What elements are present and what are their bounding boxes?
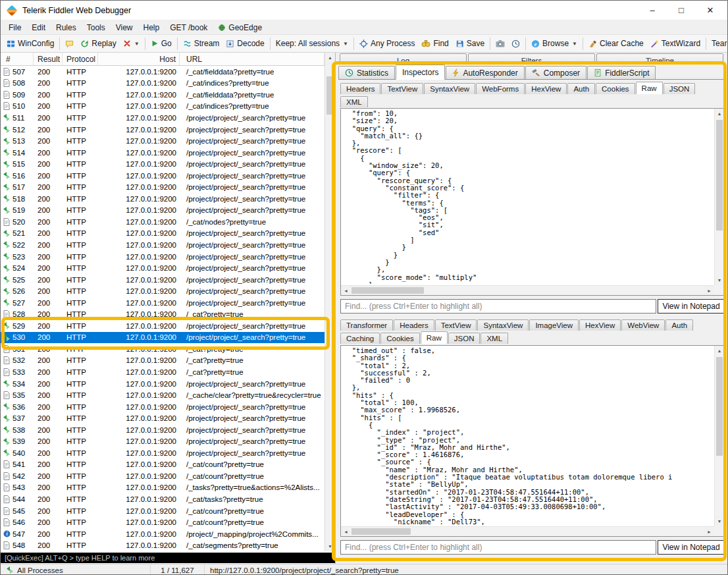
minimize-button[interactable]: – bbox=[638, 1, 667, 20]
session-row-529[interactable]: 529200HTTP127.0.0.1:9200/project/project… bbox=[1, 320, 325, 332]
scroll-down-icon[interactable]: ▼ bbox=[715, 516, 724, 526]
session-row-508[interactable]: 508200HTTP127.0.0.1:9200/_cat/indices?pr… bbox=[1, 78, 325, 90]
toolbar-find[interactable]: Find bbox=[418, 37, 452, 50]
response-tab-headers[interactable]: Headers bbox=[394, 319, 434, 331]
scroll-down-icon[interactable]: ▼ bbox=[325, 541, 335, 551]
session-row-514[interactable]: 514200HTTP127.0.0.1:9200/project/project… bbox=[1, 147, 325, 159]
session-row-530[interactable]: 530200HTTP127.0.0.1:9200/project/project… bbox=[1, 332, 325, 344]
session-row-524[interactable]: 524200HTTP127.0.0.1:9200/project/project… bbox=[1, 262, 325, 274]
menu-get-book[interactable]: GET /book bbox=[165, 22, 213, 34]
toolbar-clear-cache[interactable]: Clear Cache bbox=[585, 37, 647, 50]
quickexec-bar[interactable]: [QuickExec] ALT+Q > type HELP to learn m… bbox=[1, 553, 335, 563]
response-find-input[interactable] bbox=[340, 540, 656, 555]
session-row-527[interactable]: 527200HTTP127.0.0.1:9200/project/project… bbox=[1, 297, 325, 309]
session-row-534[interactable]: 534200HTTP127.0.0.1:9200/project/project… bbox=[1, 378, 325, 390]
session-row-511[interactable]: 511200HTTP127.0.0.1:9200/project/project… bbox=[1, 112, 325, 124]
session-row-512[interactable]: 512200HTTP127.0.0.1:9200/project/project… bbox=[1, 124, 325, 136]
scroll-left-icon[interactable]: ◄ bbox=[341, 527, 351, 536]
session-row-509[interactable]: 509200HTTP127.0.0.1:9200/_cat/fielddata?… bbox=[1, 89, 325, 101]
process-filter[interactable]: All Processes bbox=[1, 564, 151, 575]
maximize-button[interactable]: □ bbox=[667, 1, 696, 20]
scroll-right-icon[interactable]: ► bbox=[704, 286, 714, 295]
toolbar-winconfig[interactable]: WinConfig bbox=[3, 37, 57, 50]
session-row-538[interactable]: 538200HTTP127.0.0.1:9200/project/project… bbox=[1, 424, 325, 436]
tab-inspectors[interactable]: Inspectors bbox=[396, 65, 445, 80]
session-row-537[interactable]: 537200HTTP127.0.0.1:9200/project/project… bbox=[1, 412, 325, 424]
toolbar-tearoff[interactable]: Tearoff bbox=[708, 37, 728, 50]
response-tab-imageview[interactable]: ImageView bbox=[529, 319, 579, 331]
scroll-down-icon[interactable]: ▼ bbox=[715, 275, 724, 285]
menu-file[interactable]: File bbox=[3, 22, 26, 34]
session-row-507[interactable]: 507200HTTP127.0.0.1:9200/_cat/fielddata?… bbox=[1, 66, 325, 78]
session-row-543[interactable]: 543200HTTP127.0.0.1:9200/_tasks?pretty=t… bbox=[1, 482, 325, 494]
request-raw-view[interactable]: "from": 10, "size": 20, "query": { "matc… bbox=[340, 108, 725, 296]
session-row-546[interactable]: 546200HTTP127.0.0.1:9200/_cat/count?pret… bbox=[1, 516, 325, 528]
session-row-540[interactable]: 540200HTTP127.0.0.1:9200/project/project… bbox=[1, 447, 325, 459]
session-row-542[interactable]: 542200HTTP127.0.0.1:9200/_cat/count?pret… bbox=[1, 470, 325, 482]
request-tab-json[interactable]: JSON bbox=[663, 83, 696, 94]
session-row-528[interactable]: 528200HTTP127.0.0.1:9200/_cat?pretty=tru… bbox=[1, 308, 325, 320]
tab-filters[interactable]: Filters bbox=[468, 53, 595, 65]
toolbar-go[interactable]: Go bbox=[147, 37, 175, 50]
tab-log[interactable]: Log bbox=[340, 53, 467, 65]
toolbar-add-comment[interactable] bbox=[62, 38, 77, 50]
scroll-right-icon[interactable]: ► bbox=[704, 527, 714, 536]
request-tab-auth[interactable]: Auth bbox=[567, 83, 595, 94]
tab-fiddlerscript[interactable]: FiddlerScript bbox=[587, 66, 656, 79]
toolbar-remove-sessions[interactable]: ▼ bbox=[120, 38, 143, 49]
toolbar-keep-sessions[interactable]: Keep: All sessions▼ bbox=[273, 37, 351, 50]
scrollbar-thumb[interactable] bbox=[351, 528, 411, 535]
session-row-531[interactable]: 531200HTTP127.0.0.1:9200/_cat?pretty=tru… bbox=[1, 343, 325, 355]
column-header-url[interactable]: URL bbox=[180, 53, 325, 65]
request-tab-raw[interactable]: Raw bbox=[636, 82, 663, 94]
session-row-541[interactable]: 541200HTTP127.0.0.1:9200/_cat/count?pret… bbox=[1, 459, 325, 471]
response-tab-webview[interactable]: WebView bbox=[621, 319, 665, 331]
scrollbar-thumb[interactable] bbox=[716, 357, 723, 456]
session-row-535[interactable]: 535200HTTP127.0.0.1:9200/_cache/clear?pr… bbox=[1, 389, 325, 401]
response-tab-xml[interactable]: XML bbox=[481, 333, 508, 344]
response-tab-raw[interactable]: Raw bbox=[421, 331, 448, 344]
session-row-517[interactable]: 517200HTTP127.0.0.1:9200/project/project… bbox=[1, 181, 325, 193]
menu-view[interactable]: View bbox=[111, 22, 138, 34]
scrollbar-thumb[interactable] bbox=[716, 120, 723, 231]
request-tab-syntaxview[interactable]: SyntaxView bbox=[424, 83, 475, 94]
response-tab-caching[interactable]: Caching bbox=[340, 333, 380, 344]
session-row-520[interactable]: 520200HTTP127.0.0.1:9200/_cat/nodes?pret… bbox=[1, 216, 325, 228]
toolbar-replay[interactable]: Replay bbox=[77, 37, 119, 50]
toolbar-timer[interactable] bbox=[508, 38, 523, 50]
session-row-523[interactable]: 523200HTTP127.0.0.1:9200/project/project… bbox=[1, 251, 325, 263]
session-row-513[interactable]: 513200HTTP127.0.0.1:9200/project/project… bbox=[1, 135, 325, 147]
response-tab-auth[interactable]: Auth bbox=[665, 319, 693, 331]
session-row-526[interactable]: 526200HTTP127.0.0.1:9200/project/project… bbox=[1, 285, 325, 297]
response-view-in-notepad-button[interactable]: View in Notepad bbox=[658, 540, 725, 555]
close-button[interactable]: ✕ bbox=[696, 1, 725, 20]
menu-tools[interactable]: Tools bbox=[82, 22, 111, 34]
request-view-in-notepad-button[interactable]: View in Notepad bbox=[658, 299, 725, 314]
column-header-num[interactable]: # bbox=[1, 53, 34, 65]
request-tab-headers[interactable]: Headers bbox=[340, 83, 380, 94]
session-row-536[interactable]: 536200HTTP127.0.0.1:9200/project/project… bbox=[1, 401, 325, 413]
menu-help[interactable]: Help bbox=[138, 22, 165, 34]
scroll-up-icon[interactable]: ▲ bbox=[715, 109, 724, 119]
response-tab-transformer[interactable]: Transformer bbox=[340, 319, 393, 331]
toolbar-browse[interactable]: eBrowse▼ bbox=[528, 37, 581, 50]
column-header-host[interactable]: Host bbox=[98, 53, 180, 65]
session-row-544[interactable]: 544200HTTP127.0.0.1:9200/_cat/tasks?pret… bbox=[1, 493, 325, 505]
response-tab-json[interactable]: JSON bbox=[448, 333, 481, 344]
session-row-539[interactable]: 539200HTTP127.0.0.1:9200/project/project… bbox=[1, 436, 325, 448]
session-row-516[interactable]: 516200HTTP127.0.0.1:9200/project/project… bbox=[1, 170, 325, 182]
response-tab-syntaxview[interactable]: SyntaxView bbox=[477, 319, 529, 331]
session-row-548[interactable]: 548200HTTP127.0.0.1:9200/_cat/segments?p… bbox=[1, 539, 325, 551]
toolbar-save[interactable]: Save bbox=[452, 37, 488, 50]
request-tab-cookies[interactable]: Cookies bbox=[596, 83, 635, 94]
session-row-547[interactable]: i547200HTTP127.0.0.1:9200/project/_mappi… bbox=[1, 528, 325, 540]
menu-edit[interactable]: Edit bbox=[26, 22, 51, 34]
response-tab-hexview[interactable]: HexView bbox=[579, 319, 621, 331]
session-list-header[interactable]: #ResultProtocolHostURL bbox=[1, 53, 325, 66]
session-row-532[interactable]: 532200HTTP127.0.0.1:9200/_cat?pretty=tru… bbox=[1, 355, 325, 367]
session-row-525[interactable]: 525200HTTP127.0.0.1:9200/project/project… bbox=[1, 274, 325, 286]
request-tab-xml[interactable]: XML bbox=[340, 96, 368, 107]
session-row-545[interactable]: 545200HTTP127.0.0.1:9200/_cat/count?pret… bbox=[1, 505, 325, 517]
scroll-up-icon[interactable]: ▲ bbox=[325, 53, 335, 63]
toolbar-textwizard[interactable]: TextWizard bbox=[647, 37, 704, 50]
